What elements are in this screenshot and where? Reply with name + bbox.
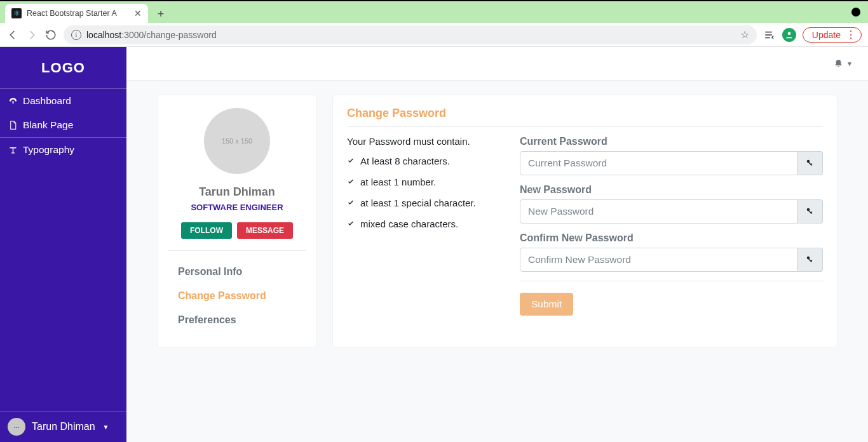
rule-item: At least 8 characters. bbox=[347, 156, 494, 166]
chevron-down-icon: ▼ bbox=[846, 60, 853, 67]
confirm-password-input[interactable] bbox=[520, 248, 797, 272]
sidebar-user-name: Tarun Dhiman bbox=[32, 421, 95, 432]
sidebar-item-label: Dashboard bbox=[23, 95, 71, 107]
tab-title: React Bootstrap Starter A bbox=[27, 9, 129, 18]
profile-tab-change-password[interactable]: Change Password bbox=[168, 284, 306, 308]
svg-rect-1 bbox=[12, 100, 13, 103]
address-bar[interactable]: i localhost:3000/change-password ☆ bbox=[64, 25, 757, 44]
profile-role: SOFTWARE ENGINEER bbox=[168, 203, 306, 212]
sidebar-item-label: Blank Page bbox=[23, 119, 73, 131]
type-icon bbox=[8, 145, 18, 155]
follow-button[interactable]: FOLLOW bbox=[181, 222, 232, 239]
toggle-visibility-icon[interactable] bbox=[797, 199, 823, 224]
browser-tab[interactable]: ⚛ React Bootstrap Starter A ✕ bbox=[5, 4, 148, 23]
new-tab-button[interactable]: + bbox=[152, 5, 170, 23]
sidebar-user-menu[interactable]: ••• Tarun Dhiman ▼ bbox=[0, 411, 126, 442]
svg-point-0 bbox=[788, 32, 791, 35]
window-control-icon[interactable] bbox=[851, 8, 860, 17]
profile-name: Tarun Dhiman bbox=[168, 185, 306, 199]
file-icon bbox=[8, 121, 18, 130]
sidebar: LOGO Dashboard Blank Page Typography •••… bbox=[0, 47, 126, 442]
dashboard-icon bbox=[8, 97, 18, 106]
card-title: Change Password bbox=[347, 107, 823, 127]
url-host: localhost:3000/change-password bbox=[86, 30, 217, 40]
reload-button[interactable] bbox=[44, 29, 57, 41]
check-icon bbox=[347, 220, 355, 228]
user-avatar-icon: ••• bbox=[8, 418, 25, 436]
rule-item: at least 1 number. bbox=[347, 177, 494, 187]
browser-tabstrip: ⚛ React Bootstrap Starter A ✕ + bbox=[0, 0, 868, 23]
chevron-down-icon: ▼ bbox=[103, 424, 109, 431]
rule-item: mixed case characters. bbox=[347, 218, 494, 229]
kebab-menu-icon[interactable]: ⋮ bbox=[846, 30, 856, 40]
profile-card: 150 x 150 Tarun Dhiman SOFTWARE ENGINEER… bbox=[157, 95, 317, 348]
current-password-input[interactable] bbox=[520, 151, 797, 175]
profile-avatar-placeholder: 150 x 150 bbox=[204, 108, 270, 174]
message-button[interactable]: MESSAGE bbox=[237, 222, 293, 239]
toggle-visibility-icon[interactable] bbox=[797, 151, 823, 175]
back-button[interactable] bbox=[6, 29, 19, 41]
close-tab-icon[interactable]: ✕ bbox=[134, 8, 142, 18]
topbar: ▼ bbox=[126, 47, 868, 81]
password-rules: Your Password must contain. At least 8 c… bbox=[347, 136, 494, 316]
forward-button[interactable] bbox=[25, 29, 38, 41]
rule-item: at least 1 special character. bbox=[347, 198, 494, 208]
label-new-password: New Password bbox=[520, 184, 823, 196]
bookmark-star-icon[interactable]: ☆ bbox=[740, 29, 749, 41]
notifications-button[interactable]: ▼ bbox=[834, 59, 853, 69]
browser-toolbar: i localhost:3000/change-password ☆ Updat… bbox=[0, 23, 868, 47]
profile-tab-preferences[interactable]: Preferences bbox=[168, 308, 306, 332]
label-current-password: Current Password bbox=[520, 136, 823, 147]
sidebar-item-blank-page[interactable]: Blank Page bbox=[0, 113, 126, 137]
update-button[interactable]: Update ⋮ bbox=[803, 27, 862, 43]
check-icon bbox=[347, 199, 355, 207]
check-icon bbox=[347, 178, 355, 186]
rules-intro: Your Password must contain. bbox=[347, 136, 494, 147]
site-info-icon[interactable]: i bbox=[71, 30, 81, 40]
submit-button[interactable]: Submit bbox=[520, 293, 573, 316]
app-logo[interactable]: LOGO bbox=[0, 47, 126, 88]
sidebar-item-dashboard[interactable]: Dashboard bbox=[0, 89, 126, 113]
profile-avatar-icon[interactable] bbox=[782, 28, 796, 42]
change-password-card: Change Password Your Password must conta… bbox=[332, 95, 837, 348]
label-confirm-password: Confirm New Password bbox=[520, 232, 823, 244]
reading-list-icon[interactable] bbox=[763, 29, 776, 41]
sidebar-item-label: Typography bbox=[23, 144, 74, 156]
react-favicon-icon: ⚛ bbox=[11, 8, 22, 18]
profile-tab-personal-info[interactable]: Personal Info bbox=[168, 260, 306, 284]
password-form: Current Password New Password bbox=[520, 136, 823, 316]
toggle-visibility-icon[interactable] bbox=[797, 248, 823, 272]
sidebar-item-typography[interactable]: Typography bbox=[0, 138, 126, 162]
check-icon bbox=[347, 157, 355, 165]
new-password-input[interactable] bbox=[520, 199, 797, 224]
